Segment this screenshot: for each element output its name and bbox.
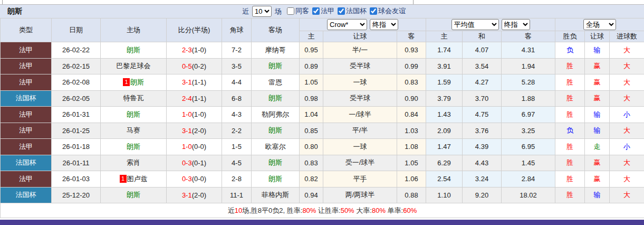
away-team-cell: 朗斯	[252, 171, 300, 188]
home-odds-cell: 1.05	[300, 74, 323, 91]
result-cell: 胜	[555, 58, 585, 74]
sub-header-handicap: 让球	[323, 31, 397, 42]
fulltime-score: 0-3	[182, 159, 192, 167]
avg-away-odds-cell: 1.94	[502, 58, 555, 74]
fulltime-score: 0-3	[182, 175, 192, 183]
odds-final-select[interactable]: 终指	[370, 19, 398, 30]
filter-checkbox-3[interactable]	[370, 7, 377, 15]
filter-bar: 近 10 场 同客法甲法国杯球会友谊	[240, 5, 406, 18]
recent-count-select[interactable]: 10	[252, 6, 272, 17]
result-cell: 负	[555, 123, 585, 139]
filter-checkbox-group-0[interactable]: 同客	[285, 6, 309, 16]
avg-away-odds-cell: 2.84	[502, 171, 555, 188]
home-team-cell: 特鲁瓦	[101, 90, 167, 107]
handicap-result-cell: 输	[585, 123, 610, 139]
result-cell: 胜	[555, 139, 585, 155]
corners-cell: 2-8	[222, 171, 252, 188]
home-team-name: 朗斯	[127, 110, 140, 118]
goals-result-cell: 大	[610, 58, 644, 74]
goals-result-cell: 小	[610, 139, 644, 155]
handicap-cell: 受半球	[323, 90, 397, 107]
avg-home-odds-cell: 2.09	[426, 123, 463, 139]
away-team-cell: 朗斯	[252, 155, 300, 171]
handicap-result-cell: 赢	[585, 171, 610, 188]
avg-final-select[interactable]: 终指	[502, 19, 530, 30]
score-cell: 1-0(1-0)	[167, 107, 222, 123]
scope-select[interactable]: 全场	[583, 19, 616, 30]
avg-away-odds-cell: 6.97	[502, 107, 555, 123]
top-strip-tick	[2, 0, 3, 4]
away-odds-cell: 0.83	[397, 74, 426, 91]
halftime-score: (1-1)	[192, 95, 206, 102]
avg-group-header: 平均值 终指	[426, 18, 555, 31]
result-cell: 胜	[555, 74, 585, 91]
bottom-divider-bar	[0, 220, 644, 225]
date-cell: 26-01-18	[52, 139, 101, 155]
rank-badge: 1	[123, 78, 130, 86]
avg-home-odds-cell: 2.54	[426, 171, 463, 188]
col-header-date: 日期	[52, 18, 101, 42]
filter-checkbox-group-2[interactable]: 法国杯	[335, 6, 367, 16]
score-cell: 1-0(0-0)	[167, 139, 222, 155]
away-team-cell: 摩纳哥	[252, 42, 300, 59]
handicap-cell: 一球	[323, 139, 397, 155]
filter-checkbox-2[interactable]	[338, 7, 345, 15]
handicap-cell: 一球	[323, 74, 397, 91]
score-cell: 3-1(2-0)	[167, 123, 222, 139]
halftime-score: (2-0)	[192, 127, 206, 135]
home-odds-cell: 0.82	[300, 171, 323, 188]
goals-result-cell: 大	[610, 155, 644, 171]
score-cell: 0-5(0-2)	[167, 58, 222, 74]
result-cell: 胜	[555, 187, 585, 203]
corners-cell: 7-2	[222, 42, 252, 59]
filter-checkbox-label: 球会友谊	[378, 6, 406, 16]
table-row: 法甲 26-01-18 朗斯 1-0(0-0) 1-5 欧塞尔 0.80 一球 …	[1, 139, 644, 155]
away-team-name: 欧塞尔	[265, 143, 286, 151]
halftime-score: (1-0)	[192, 110, 206, 118]
away-odds-cell: 0.88	[397, 187, 426, 203]
sub-header-result: 胜负	[555, 31, 585, 42]
date-cell: 26-02-15	[52, 58, 101, 74]
date-cell: 26-01-31	[52, 107, 101, 123]
filter-checkbox-0[interactable]	[287, 7, 294, 15]
odds-group-header: Crow* 终指	[300, 18, 426, 31]
filter-checkbox-group-3[interactable]: 球会友谊	[368, 6, 406, 16]
avg-away-odds-cell: 1.45	[502, 155, 555, 171]
halftime-score: (0-1)	[192, 159, 206, 167]
league-cell: 法国杯	[1, 90, 52, 107]
avg-odds-select[interactable]: 平均值	[451, 19, 499, 30]
handicap-cell: 受一/球半	[323, 155, 397, 171]
filter-checkbox-1[interactable]	[312, 7, 320, 15]
home-odds-cell: 0.83	[300, 155, 323, 171]
summary-segment: 80%	[302, 207, 316, 214]
avg-away-odds-cell: 6.95	[502, 139, 555, 155]
avg-away-odds-cell: 1.88	[502, 90, 555, 107]
home-team-name: 巴黎足球会	[117, 62, 151, 70]
result-cell: 负	[555, 42, 585, 59]
summary-line: 近10场,胜8平0负2, 胜率:80% 让胜率:50% 大率:80% 单率:60…	[1, 203, 644, 218]
home-odds-cell: 0.94	[300, 187, 323, 203]
filter-checkbox-group-1[interactable]: 法甲	[310, 6, 334, 16]
away-team-name: 菲格内斯	[262, 191, 289, 199]
league-cell: 法甲	[1, 42, 52, 59]
halftime-score: (0-0)	[192, 175, 206, 183]
league-cell: 法甲	[1, 139, 52, 155]
odds-company-select[interactable]: Crow*	[327, 19, 367, 30]
fulltime-score: 2-3	[182, 46, 192, 54]
sub-header-odds-home: 主	[300, 31, 323, 42]
corners-cell: 1-5	[222, 139, 252, 155]
avg-away-odds-cell: 18.02	[502, 187, 555, 203]
fulltime-score: 2-4	[182, 95, 192, 102]
sub-header-avg-draw: 和	[463, 31, 502, 42]
league-cell: 法国杯	[1, 155, 52, 171]
home-odds-cell: 0.85	[300, 123, 323, 139]
home-odds-cell: 0.80	[300, 139, 323, 155]
col-header-home: 主场	[101, 18, 167, 42]
home-team-cell: 1朗斯	[101, 74, 167, 91]
fulltime-score: 3-1	[182, 78, 192, 86]
handicap-result-cell: 输	[585, 42, 610, 59]
halftime-score: (0-0)	[192, 143, 206, 151]
corners-cell: 4-3	[222, 107, 252, 123]
home-team-name: 索肖	[127, 158, 140, 166]
avg-home-odds-cell: 1.59	[426, 74, 463, 91]
